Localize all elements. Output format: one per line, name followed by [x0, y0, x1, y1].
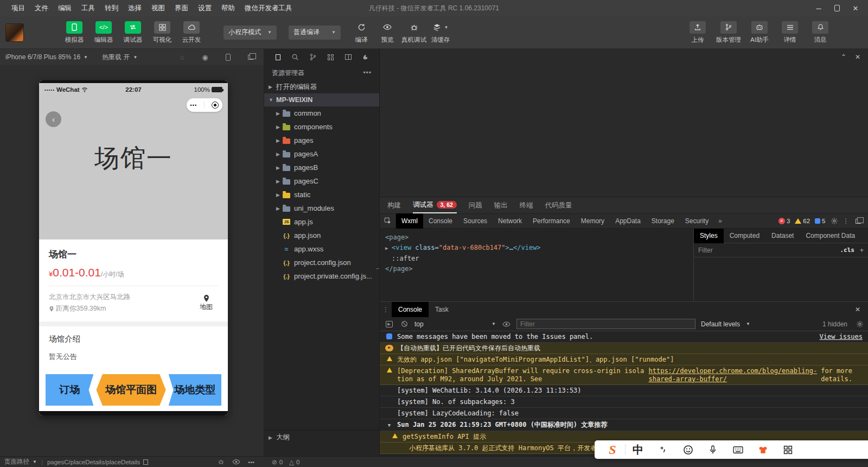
multi-window-icon[interactable]: [246, 53, 255, 61]
device-select[interactable]: iPhone 6/7/8 Plus 85% 16 ▼: [5, 53, 88, 61]
tree-item[interactable]: ▶ {.} project.config.json: [264, 256, 379, 269]
visualize-toggle-button[interactable]: 可视化: [148, 21, 177, 44]
devtools-tab[interactable]: Network: [493, 213, 527, 229]
menu-item[interactable]: 选择: [123, 0, 146, 16]
styles-tab[interactable]: Dataset: [765, 229, 800, 243]
devtools-tab[interactable]: Performance: [527, 213, 576, 229]
menu-item[interactable]: 微信开发者工具: [240, 0, 297, 16]
log-levels-select[interactable]: Default levels ▼: [701, 320, 750, 328]
open-editors-section[interactable]: ▶ 打开的编辑器: [264, 80, 379, 93]
tree-item[interactable]: ▶ {.} project.private.config.js...: [264, 269, 379, 283]
toolbox-grid-icon[interactable]: [775, 445, 800, 455]
devtools-menu-icon[interactable]: ⋮: [843, 217, 850, 225]
ai-assistant-button[interactable]: AI助手: [748, 21, 771, 44]
floorplan-button[interactable]: 场馆平面图: [96, 374, 165, 406]
dock-side-icon[interactable]: [854, 217, 863, 225]
copy-icon[interactable]: [143, 459, 148, 465]
mode-select[interactable]: 小程序模式 ▼: [224, 26, 277, 40]
close-console-icon[interactable]: ✕: [855, 306, 868, 313]
tree-item[interactable]: ▶ pagesC: [264, 174, 379, 188]
record-icon[interactable]: ◉: [201, 53, 209, 61]
device-frame-icon[interactable]: [224, 53, 232, 61]
punctuation-icon[interactable]: [650, 445, 675, 454]
project-root-item[interactable]: ▼ MP-WEIXIN: [264, 93, 379, 106]
toggle-class-button[interactable]: .cls: [840, 247, 854, 254]
close-button[interactable]: ✕: [847, 2, 864, 15]
error-badge[interactable]: ✕3: [778, 218, 790, 224]
inspect-element-icon[interactable]: [380, 213, 396, 229]
simulator-toggle-button[interactable]: 模拟器: [60, 21, 89, 44]
menu-item[interactable]: 帮助: [216, 0, 240, 16]
preview-button[interactable]: 预览: [375, 21, 399, 44]
console-tab[interactable]: Console: [392, 302, 429, 317]
version-control-button[interactable]: 版本管理: [716, 21, 741, 44]
extensions-icon[interactable]: [326, 52, 335, 62]
clear-cache-button[interactable]: ▼ 清缓存: [429, 21, 452, 44]
more-icon[interactable]: •••: [190, 103, 197, 108]
panel-tab[interactable]: 调试器 3, 62: [413, 197, 457, 213]
keyboard-icon[interactable]: [725, 446, 750, 454]
menu-item[interactable]: 转到: [100, 0, 123, 16]
panel-tab[interactable]: 问题: [469, 197, 482, 213]
devtools-tab[interactable]: Sources: [458, 213, 493, 229]
panel-tab[interactable]: 输出: [494, 197, 508, 213]
tree-item[interactable]: ▶ pages: [264, 134, 379, 147]
tree-item[interactable]: ▶ JS app.js: [264, 215, 379, 229]
editor-toggle-button[interactable]: </> 编辑器: [89, 21, 118, 44]
device-debug-button[interactable]: 真机调试: [401, 21, 426, 44]
message-link[interactable]: View issues: [820, 333, 863, 341]
menu-item[interactable]: 编辑: [53, 0, 76, 16]
console-settings-icon[interactable]: [856, 320, 864, 328]
splitter-handle[interactable]: ⋯: [376, 263, 379, 274]
search-icon[interactable]: [290, 52, 300, 62]
close-panel-icon[interactable]: ✕: [855, 53, 860, 61]
collapse-panel-icon[interactable]: ⌃: [841, 53, 846, 61]
source-control-icon[interactable]: [308, 52, 318, 62]
sogou-logo-icon[interactable]: S: [600, 443, 625, 457]
bug-icon[interactable]: [218, 458, 225, 465]
warning-badge[interactable]: 62: [795, 218, 810, 224]
tree-item[interactable]: ▶ common: [264, 106, 379, 120]
tree-item[interactable]: ▶ uni_modules: [264, 201, 379, 215]
message-link[interactable]: https://developer.chrome.com/blog/enabli…: [648, 367, 817, 383]
tree-item[interactable]: ▶ pagesB: [264, 161, 379, 174]
debugger-toggle-button[interactable]: 调试器: [118, 21, 148, 44]
drag-handle-icon[interactable]: ⋮: [380, 306, 392, 313]
maximize-button[interactable]: [829, 2, 845, 15]
menu-item[interactable]: 设置: [193, 0, 216, 16]
map-button[interactable]: 地图: [194, 294, 218, 312]
wxml-view-node[interactable]: ▶<view class="data-v-680cb147">…</view>: [385, 243, 693, 254]
files-icon[interactable]: [273, 52, 283, 62]
settings-gear-icon[interactable]: [831, 217, 838, 225]
console-tab[interactable]: Task: [429, 302, 455, 317]
plugin-icon[interactable]: [361, 52, 371, 62]
menu-item[interactable]: 项目: [7, 0, 30, 16]
compile-mode-select[interactable]: 普通编译 ▼: [289, 26, 341, 40]
problems-section[interactable]: ⊘ 0 △ 0: [264, 458, 380, 466]
tree-item[interactable]: ▶ static: [264, 188, 379, 201]
tree-item[interactable]: ▶ components: [264, 120, 379, 134]
info-badge[interactable]: 5: [815, 218, 825, 224]
more-icon[interactable]: •••: [248, 459, 254, 465]
menu-item[interactable]: 界面: [170, 0, 193, 16]
devtools-tab[interactable]: Security: [680, 213, 714, 229]
tree-item[interactable]: ▶ ≈ app.wxss: [264, 242, 379, 256]
execution-context-select[interactable]: top ▼: [414, 320, 496, 328]
clear-console-icon[interactable]: [399, 320, 409, 329]
menu-item[interactable]: 工具: [76, 0, 100, 16]
panel-tab[interactable]: 终端: [520, 197, 533, 213]
tree-item[interactable]: ▶ {.} app.json: [264, 229, 379, 242]
styles-filter-input[interactable]: Filter: [698, 247, 713, 254]
console-sidebar-icon[interactable]: ▶: [384, 320, 394, 329]
user-avatar[interactable]: [5, 23, 24, 42]
microphone-icon[interactable]: [700, 445, 725, 455]
styles-tab[interactable]: Computed: [724, 229, 765, 243]
styles-tab[interactable]: Component Data: [800, 229, 861, 243]
devtools-tab[interactable]: Storage: [646, 213, 680, 229]
upload-button[interactable]: 上传: [686, 21, 710, 44]
panel-tab[interactable]: 构建: [387, 197, 401, 213]
messages-button[interactable]: 消息: [808, 21, 832, 44]
console-filter-input[interactable]: [516, 319, 695, 329]
eye-icon[interactable]: [232, 459, 240, 465]
ime-language-toggle[interactable]: 中: [626, 443, 650, 457]
